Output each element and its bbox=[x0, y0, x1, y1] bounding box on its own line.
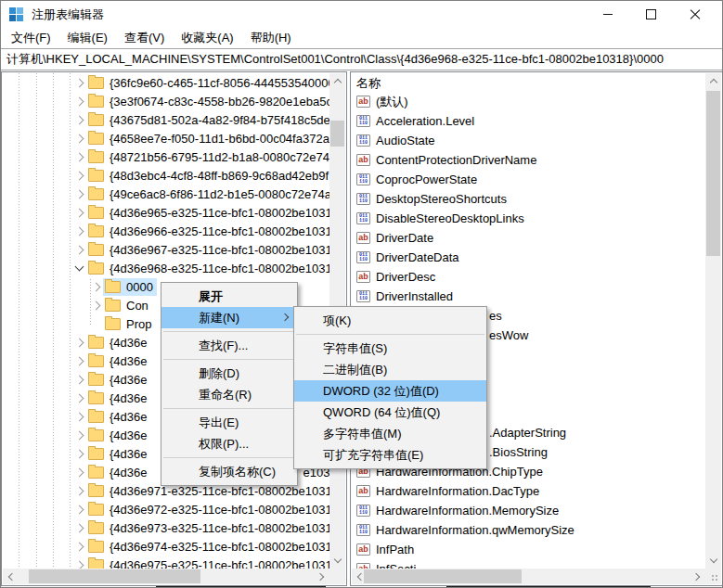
expand-arrow-icon[interactable] bbox=[72, 266, 86, 270]
tree-item-label-wrap: {4d36e973-e325-11ce-bfc1-08002be10318 bbox=[86, 519, 329, 537]
tree-item[interactable]: {4d36e973-e325-11ce-bfc1-08002be10318 bbox=[2, 518, 329, 537]
submenu-item[interactable]: 二进制值(B) bbox=[294, 359, 486, 380]
expand-arrow-icon[interactable] bbox=[72, 432, 86, 439]
column-header-name[interactable]: 名称 bbox=[356, 75, 381, 92]
expand-arrow-icon[interactable] bbox=[72, 543, 86, 550]
submenu-item[interactable]: 多字符串值(M) bbox=[294, 423, 486, 444]
registry-value-row[interactable]: abInfSecti bbox=[352, 559, 705, 569]
expand-arrow-icon[interactable] bbox=[72, 395, 86, 402]
menubar-item[interactable]: 收藏夹(A) bbox=[173, 28, 241, 48]
registry-value-row[interactable]: 011110DriverInstalled bbox=[352, 287, 705, 306]
scroll-up-arrow-icon[interactable] bbox=[329, 73, 345, 89]
registry-value-row[interactable]: 011110Acceleration.Level bbox=[352, 111, 705, 131]
expand-arrow-icon[interactable] bbox=[72, 414, 86, 420]
tree-item[interactable]: {49ce6ac8-6f86-11d2-b1e5-0080c72e74a2 bbox=[2, 185, 329, 203]
expand-arrow-icon[interactable] bbox=[72, 525, 86, 531]
menubar-item[interactable]: 帮助(H) bbox=[242, 28, 300, 48]
registry-value-row[interactable]: 011110DriverDateData bbox=[352, 248, 705, 267]
minimize-button[interactable] bbox=[586, 1, 629, 28]
expand-arrow-icon[interactable] bbox=[72, 228, 86, 235]
expand-arrow-icon[interactable] bbox=[89, 284, 103, 290]
expand-arrow-icon[interactable] bbox=[72, 135, 86, 142]
resize-grip-icon[interactable] bbox=[711, 574, 718, 582]
expand-arrow-icon[interactable] bbox=[72, 247, 86, 253]
registry-value-row[interactable]: 011110CoprocPowerState bbox=[352, 170, 705, 189]
tree-item[interactable]: {3e3f0674-c83c-4558-bb26-9820e1eba5c bbox=[2, 92, 329, 110]
tree-item[interactable]: {4d36e966-e325-11ce-bfc1-08002be10318 bbox=[2, 222, 329, 240]
tree-item[interactable]: {48721b56-6795-11d2-b1a8-0080c72e74a2 bbox=[2, 147, 329, 166]
scroll-left-arrow-icon[interactable] bbox=[3, 569, 19, 584]
tree-item[interactable]: {4d36e965-e325-11ce-bfc1-08002be10318 bbox=[2, 203, 329, 222]
registry-value-row[interactable]: abHardwareInformation.DacType bbox=[352, 481, 705, 501]
menubar-item[interactable]: 文件(F) bbox=[3, 28, 59, 48]
submenu-item[interactable]: QWORD (64 位)值(Q) bbox=[294, 402, 486, 423]
context-menu-item[interactable]: 查找(F)... bbox=[161, 335, 297, 356]
expand-arrow-icon[interactable] bbox=[72, 191, 86, 198]
expand-arrow-icon[interactable] bbox=[72, 154, 86, 160]
list-hscroll-thumb[interactable] bbox=[364, 569, 522, 583]
registry-value-row[interactable]: abDriverDesc bbox=[352, 267, 705, 287]
tree-hscroll-thumb[interactable] bbox=[29, 569, 200, 583]
expand-arrow-icon[interactable] bbox=[72, 377, 86, 383]
expand-arrow-icon[interactable] bbox=[72, 117, 86, 123]
tree-item[interactable]: {4d36e967-e325-11ce-bfc1-08002be10318 bbox=[2, 240, 329, 259]
registry-value-row[interactable]: abDriverDate bbox=[352, 228, 705, 248]
tree-item[interactable]: {4658ee7e-f050-11d1-b6bd-00c04fa372a7 bbox=[2, 129, 329, 147]
list-horizontal-scrollbar[interactable] bbox=[352, 569, 705, 584]
submenu-item[interactable]: 项(K) bbox=[294, 310, 486, 331]
expand-arrow-icon[interactable] bbox=[72, 210, 86, 216]
tree-item[interactable]: {4d36e968-e325-11ce-bfc1-08002be10318 bbox=[2, 259, 329, 277]
expand-arrow-icon[interactable] bbox=[72, 98, 86, 105]
registry-value-row[interactable]: 011110HardwareInformation.qwMemorySize bbox=[352, 520, 705, 540]
tree-item[interactable]: {36fc9e60-c465-11cf-8056-444553540000 bbox=[2, 73, 329, 92]
expand-arrow-icon[interactable] bbox=[72, 339, 86, 346]
scroll-down-arrow-icon[interactable] bbox=[329, 553, 345, 569]
registry-value-name: .BiosString bbox=[489, 445, 548, 459]
list-vertical-scrollbar[interactable] bbox=[705, 73, 721, 569]
tree-item[interactable]: {4d36e975-e325-11ce-bfc1-08002be10318 bbox=[2, 556, 329, 569]
context-menu-item[interactable]: 新建(N) bbox=[161, 307, 297, 328]
registry-value-row[interactable]: abContentProtectionDriverName bbox=[352, 150, 705, 170]
expand-arrow-icon[interactable] bbox=[72, 506, 86, 513]
maximize-button[interactable] bbox=[629, 1, 673, 28]
context-menu-item[interactable]: 权限(P)... bbox=[161, 433, 297, 454]
registry-value-row[interactable]: ab(默认) bbox=[352, 92, 705, 111]
context-menu-item[interactable]: 导出(E) bbox=[161, 412, 297, 433]
context-menu-item[interactable]: 删除(D) bbox=[161, 363, 297, 384]
tree-item[interactable]: {43675d81-502a-4a82-9f84-b75f418c5dea bbox=[2, 110, 329, 129]
submenu-item[interactable]: 可扩充字符串值(E) bbox=[294, 444, 486, 466]
address-bar[interactable]: 计算机\HKEY_LOCAL_MACHINE\SYSTEM\ControlSet… bbox=[1, 48, 722, 70]
scroll-down-arrow-icon[interactable] bbox=[705, 553, 721, 569]
tree-item[interactable]: {4d36e972-e325-11ce-bfc1-08002be10318 bbox=[2, 500, 329, 518]
context-menu-item[interactable]: 展开 bbox=[161, 286, 297, 307]
tree-vscroll-thumb[interactable] bbox=[330, 121, 344, 147]
submenu-item[interactable]: DWORD (32 位)值(D) bbox=[294, 380, 486, 402]
tree-item[interactable]: {4d36e974-e325-11ce-bfc1-08002be10318 bbox=[2, 537, 329, 556]
scroll-right-arrow-icon[interactable] bbox=[314, 569, 329, 584]
registry-value-row[interactable]: 011110AudioState bbox=[352, 131, 705, 150]
expand-arrow-icon[interactable] bbox=[89, 302, 103, 309]
tree-item-label-wrap: {48d3ebc4-4cf8-48ff-b869-9c68ad42eb9f bbox=[86, 167, 329, 185]
list-vscroll-thumb[interactable] bbox=[706, 91, 720, 256]
expand-arrow-icon[interactable] bbox=[72, 451, 86, 457]
menubar-item[interactable]: 编辑(E) bbox=[59, 28, 116, 48]
submenu-item[interactable]: 字符串值(S) bbox=[294, 338, 486, 359]
close-button[interactable] bbox=[673, 1, 717, 28]
expand-arrow-icon[interactable] bbox=[72, 469, 86, 476]
registry-value-row[interactable]: abInfPath bbox=[352, 540, 705, 559]
menubar-item[interactable]: 查看(V) bbox=[116, 28, 173, 48]
expand-arrow-icon[interactable] bbox=[72, 488, 86, 494]
expand-arrow-icon[interactable] bbox=[72, 173, 86, 179]
expand-arrow-icon[interactable] bbox=[72, 562, 86, 569]
tree-item[interactable]: {48d3ebc4-4cf8-48ff-b869-9c68ad42eb9f bbox=[2, 166, 329, 185]
expand-arrow-icon[interactable] bbox=[72, 80, 86, 86]
scroll-right-arrow-icon[interactable] bbox=[690, 569, 705, 584]
registry-value-row[interactable]: 011110HardwareInformation.MemorySize bbox=[352, 501, 705, 520]
scroll-up-arrow-icon[interactable] bbox=[705, 73, 721, 89]
registry-value-row[interactable]: 011110DisableStereoDesktopLinks bbox=[352, 209, 705, 228]
context-menu-item[interactable]: 复制项名称(C) bbox=[161, 461, 297, 482]
tree-horizontal-scrollbar[interactable] bbox=[3, 569, 329, 584]
context-menu-item[interactable]: 重命名(R) bbox=[161, 384, 297, 405]
registry-value-row[interactable]: 011110DesktopStereoShortcuts bbox=[352, 189, 705, 209]
expand-arrow-icon[interactable] bbox=[72, 358, 86, 364]
